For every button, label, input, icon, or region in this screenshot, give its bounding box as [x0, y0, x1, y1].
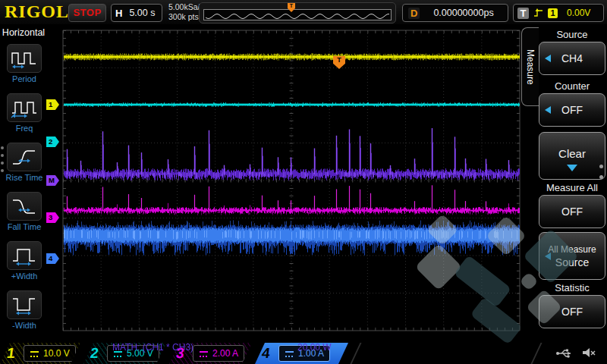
- menu-item-title: Measure All: [539, 182, 605, 195]
- divider: [350, 343, 361, 364]
- menu-item-fall-time[interactable]: Fall Time: [5, 192, 44, 231]
- menu-item-title: Source: [539, 29, 605, 42]
- menu-item-rise-time[interactable]: Rise Time: [5, 143, 44, 182]
- math-expression-label: MATH: (CH1 * CH3): [112, 342, 193, 353]
- channel1-status[interactable]: 1 10.0 V: [0, 343, 80, 364]
- menu-item-label: Freq: [5, 124, 44, 133]
- top-status-bar: RIGOL STOP H 5.00 s 5.00kSa/s 300k pts T…: [0, 0, 607, 25]
- menu-item-title: Counter: [539, 80, 605, 93]
- menu-item-period[interactable]: Period: [5, 44, 44, 83]
- menu-item-freq[interactable]: Freq: [5, 93, 44, 133]
- menu-item-label: Fall Time: [5, 222, 44, 231]
- period-icon: [7, 44, 42, 73]
- preview-window: [203, 9, 392, 20]
- menu-item-value: OFF: [561, 306, 583, 318]
- menu-item-label: Period: [5, 74, 44, 83]
- t-label: T: [517, 8, 529, 19]
- menu-item-clear[interactable]: Clear: [539, 132, 605, 180]
- menu-page-dots: [599, 158, 603, 186]
- run-state-indicator[interactable]: STOP: [68, 4, 106, 22]
- menu-item-plus-width[interactable]: +Width: [5, 241, 44, 281]
- left-menu-title: Horizontal: [0, 27, 47, 38]
- menu-item-label: +Width: [5, 271, 44, 281]
- dc-coupling-icon: [285, 350, 294, 357]
- menu-item-title: All Measure: [548, 244, 596, 255]
- menu-item-value: OFF: [561, 104, 583, 116]
- menu-item-all-measure-source[interactable]: All Measure Source: [539, 232, 605, 280]
- waveform-preview[interactable]: T: [199, 2, 396, 24]
- menu-page-dots: [1, 142, 4, 177]
- trigger-source-badge: 1: [548, 8, 558, 18]
- channel-scale: 10.0 V: [43, 348, 70, 359]
- delay-box[interactable]: D 0.00000000ps: [402, 4, 508, 22]
- measure-menu: Measure Source CH4 Counter OFF Clear Mea…: [521, 24, 607, 343]
- fall-time-icon: [7, 192, 42, 221]
- dc-coupling-icon: [199, 350, 209, 357]
- frequency-icon: [7, 93, 42, 122]
- usb-icon: [555, 347, 574, 359]
- timebase-box[interactable]: H 5.00 s: [111, 4, 162, 22]
- menu-item-source[interactable]: Source CH4: [539, 29, 605, 75]
- minus-width-icon: [7, 290, 42, 319]
- horizontal-measure-menu: Horizontal Period Freq Rise Time: [0, 24, 47, 343]
- rigol-logo: RIGOL: [5, 2, 69, 22]
- menu-item-measure-all[interactable]: Measure All OFF: [539, 182, 605, 228]
- menu-item-title: Statistic: [539, 282, 605, 295]
- divider: [530, 343, 542, 364]
- timebase-value: 5.00 s: [129, 8, 155, 18]
- menu-item-counter[interactable]: Counter OFF: [539, 80, 605, 127]
- down-arrow-icon: [567, 165, 577, 171]
- waveform-display: MATH: (CH1 * CH3) 20.00 W T: [47, 24, 521, 343]
- delay-value: 0.00000000ps: [433, 8, 493, 18]
- trigger-level-value: 0.00V: [567, 8, 590, 18]
- menu-item-label: Rise Time: [5, 173, 44, 182]
- oscilloscope-screen: RIGOL STOP H 5.00 s 5.00kSa/s 300k pts T…: [0, 0, 607, 364]
- menu-item-minus-width[interactable]: -Width: [5, 290, 44, 330]
- channel-number: 1: [5, 345, 20, 362]
- measure-menu-tab: Measure: [521, 27, 539, 106]
- menu-item-value: Source: [555, 256, 589, 268]
- left-arrow-icon: [545, 106, 551, 114]
- menu-item-statistic[interactable]: Statistic OFF: [539, 282, 605, 328]
- h-label: H: [115, 8, 122, 19]
- menu-item-value: CH4: [561, 52, 583, 64]
- rising-edge-icon: [533, 8, 543, 18]
- dc-coupling-icon: [30, 350, 39, 357]
- sound-off-icon: [581, 347, 596, 359]
- math-scale-value: 20.00 W: [297, 342, 332, 353]
- trigger-box[interactable]: T 1 0.00V: [513, 4, 604, 22]
- menu-item-value: OFF: [561, 206, 583, 218]
- channel-number: 4: [260, 345, 275, 362]
- waveform-traces: [47, 24, 521, 343]
- d-label: D: [408, 8, 420, 19]
- rise-time-icon: [7, 143, 42, 171]
- channel-number: 2: [89, 345, 103, 362]
- left-arrow-icon: [545, 55, 551, 62]
- menu-item-label: -Width: [5, 321, 44, 330]
- preview-sine-icon: [204, 12, 391, 20]
- left-arrow-icon: [545, 253, 551, 260]
- plus-width-icon: [7, 241, 42, 270]
- menu-item-title: Clear: [558, 147, 586, 160]
- channel-scale: 2.00 A: [212, 348, 238, 359]
